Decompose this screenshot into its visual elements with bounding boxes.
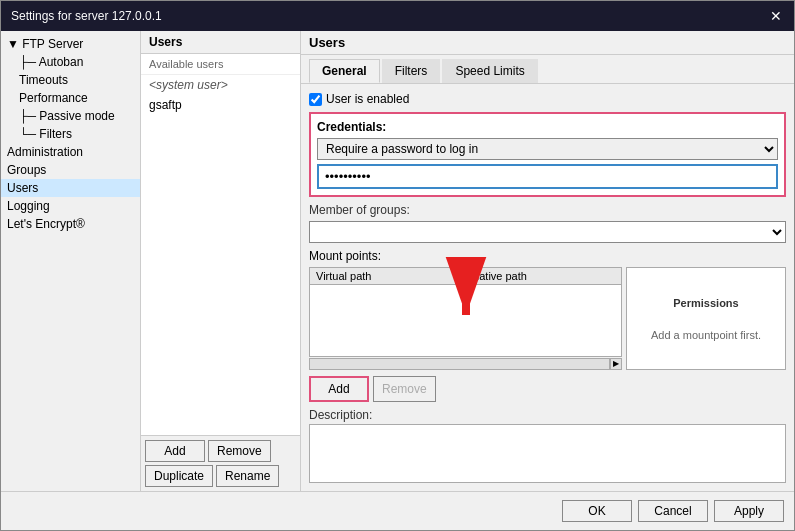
- users-panel: Users Available users <system user> gsaf…: [141, 31, 301, 491]
- password-input[interactable]: [317, 164, 778, 189]
- window-title: Settings for server 127.0.0.1: [11, 9, 162, 23]
- mountpoints-scrollbar-row: ▶: [309, 358, 622, 370]
- window-content: ▼ FTP Server ├─ Autoban Timeouts Perform…: [1, 31, 794, 530]
- sidebar-item-timeouts[interactable]: Timeouts: [1, 71, 140, 89]
- mountpoints-label: Mount points:: [309, 249, 786, 263]
- duplicate-user-button[interactable]: Duplicate: [145, 465, 213, 487]
- right-panel: Users General Filters Speed Limits: [301, 31, 794, 491]
- mountpoints-section: Mount points:: [309, 249, 786, 402]
- tab-general[interactable]: General: [309, 59, 380, 83]
- sidebar-timeouts-label: Timeouts: [19, 73, 68, 87]
- credentials-dropdown-row: Require a password to log in No password…: [317, 138, 778, 160]
- add-user-button[interactable]: Add: [145, 440, 205, 462]
- main-area: ▼ FTP Server ├─ Autoban Timeouts Perform…: [1, 31, 794, 491]
- mountpoints-buttons: Add Remove: [309, 376, 786, 402]
- description-section: Description:: [309, 408, 786, 483]
- rename-user-button[interactable]: Rename: [216, 465, 279, 487]
- ok-button[interactable]: OK: [562, 500, 632, 522]
- tabs-bar: General Filters Speed Limits: [301, 55, 794, 84]
- title-bar: Settings for server 127.0.0.1 ✕: [1, 1, 794, 31]
- groups-dropdown[interactable]: [309, 221, 786, 243]
- mountpoints-table-wrapper: Virtual path Native path: [309, 267, 622, 370]
- user-enabled-label: User is enabled: [326, 92, 409, 106]
- sidebar: ▼ FTP Server ├─ Autoban Timeouts Perform…: [1, 31, 141, 491]
- remove-user-button[interactable]: Remove: [208, 440, 271, 462]
- credentials-label: Credentials:: [317, 120, 778, 134]
- horizontal-scrollbar[interactable]: [309, 358, 610, 370]
- description-label: Description:: [309, 408, 786, 422]
- main-window: Settings for server 127.0.0.1 ✕ ▼ FTP Se…: [0, 0, 795, 531]
- sidebar-item-autoban[interactable]: ├─ Autoban: [1, 53, 140, 71]
- user-item-system[interactable]: <system user>: [141, 75, 300, 95]
- add-mountpoint-hint: Add a mountpoint first.: [651, 329, 761, 341]
- sidebar-item-passive-mode[interactable]: ├─ Passive mode: [1, 107, 140, 125]
- cancel-button[interactable]: Cancel: [638, 500, 708, 522]
- sidebar-item-filters[interactable]: └─ Filters: [1, 125, 140, 143]
- tab-content-general: User is enabled Credentials: Require a p…: [301, 84, 794, 491]
- users-buttons-row1: Add Remove: [145, 440, 296, 462]
- user-enabled-checkbox[interactable]: [309, 93, 322, 106]
- sidebar-item-users[interactable]: Users: [1, 179, 140, 197]
- member-of-groups-label: Member of groups:: [309, 203, 786, 217]
- sidebar-item-administration[interactable]: Administration: [1, 143, 140, 161]
- mountpoints-container: Virtual path Native path: [309, 267, 786, 370]
- user-item-gsaftp[interactable]: gsaftp: [141, 95, 300, 115]
- mountpoints-table: Virtual path Native path: [309, 267, 622, 357]
- sidebar-item-performance[interactable]: Performance: [1, 89, 140, 107]
- description-textarea[interactable]: [309, 424, 786, 483]
- remove-mountpoint-button[interactable]: Remove: [373, 376, 436, 402]
- credentials-section: Credentials: Require a password to log i…: [309, 112, 786, 197]
- apply-button[interactable]: Apply: [714, 500, 784, 522]
- user-enabled-row: User is enabled: [309, 92, 786, 106]
- close-button[interactable]: ✕: [768, 8, 784, 24]
- permissions-label: Permissions: [651, 297, 761, 309]
- member-of-groups-row: Member of groups:: [309, 203, 786, 243]
- native-path-header: Native path: [465, 268, 621, 285]
- scroll-corner: ▶: [610, 358, 622, 370]
- sidebar-item-logging[interactable]: Logging: [1, 197, 140, 215]
- right-panel-header: Users: [301, 31, 794, 55]
- users-panel-buttons: Add Remove Duplicate Rename: [141, 435, 300, 491]
- users-list: <system user> gsaftp: [141, 75, 300, 435]
- sidebar-performance-label: Performance: [19, 91, 88, 105]
- available-users-label: Available users: [141, 54, 300, 75]
- sidebar-item-ftp-server[interactable]: ▼ FTP Server: [1, 35, 140, 53]
- add-mountpoint-button[interactable]: Add: [309, 376, 369, 402]
- sidebar-item-groups[interactable]: Groups: [1, 161, 140, 179]
- credentials-dropdown[interactable]: Require a password to log in No password…: [317, 138, 778, 160]
- users-buttons-row2: Duplicate Rename: [145, 465, 296, 487]
- bottom-bar: OK Cancel Apply: [1, 491, 794, 530]
- tab-speed-limits[interactable]: Speed Limits: [442, 59, 537, 83]
- mountpoints-table-inner: Virtual path Native path: [310, 268, 621, 345]
- permissions-box: Permissions Add a mountpoint first.: [626, 267, 786, 370]
- virtual-path-header: Virtual path: [310, 268, 465, 285]
- tab-filters[interactable]: Filters: [382, 59, 441, 83]
- users-panel-header: Users: [141, 31, 300, 54]
- sidebar-item-lets-encrypt[interactable]: Let's Encrypt®: [1, 215, 140, 233]
